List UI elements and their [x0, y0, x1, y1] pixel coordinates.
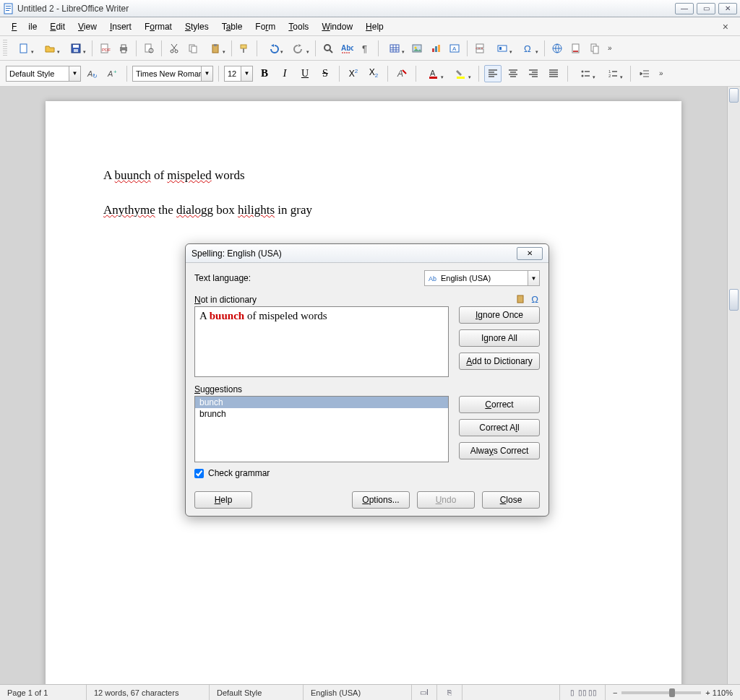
window-maximize-button[interactable]: ▭ — [697, 3, 715, 14]
image-button[interactable] — [408, 40, 426, 57]
dialog-close-button[interactable]: ✕ — [517, 247, 543, 260]
misspelled-word[interactable]: mispeled — [167, 168, 211, 182]
zoom-in-icon[interactable]: + — [705, 688, 710, 697]
misspelled-word[interactable]: dialogg — [176, 203, 213, 217]
zoom-slider[interactable] — [621, 691, 701, 694]
page-break-button[interactable] — [471, 40, 489, 57]
menu-format[interactable]: Format — [139, 19, 178, 35]
misspelled-word[interactable]: buunch — [115, 168, 151, 182]
menu-table[interactable]: Table — [216, 19, 249, 35]
status-selection-mode[interactable]: ⎘ — [437, 685, 462, 700]
menu-view[interactable]: View — [72, 19, 103, 35]
menu-form[interactable]: Form — [249, 19, 281, 35]
always-correct-button[interactable]: Always Correct — [459, 442, 540, 459]
status-page[interactable]: Page 1 of 1 — [0, 685, 87, 700]
window-close-button[interactable]: ✕ — [718, 3, 737, 14]
menu-styles[interactable]: Styles — [179, 19, 215, 35]
formatting-marks-button[interactable]: ¶ — [357, 40, 374, 57]
align-right-button[interactable] — [525, 65, 542, 82]
scrollbar-thumb[interactable] — [729, 289, 739, 311]
status-zoom[interactable]: − + 110% — [606, 685, 740, 700]
status-insert-mode[interactable]: ▭I — [412, 685, 437, 700]
bullet-list-button[interactable] — [573, 65, 598, 82]
suggestion-item[interactable]: bunch — [195, 397, 448, 408]
toolbar-overflow[interactable]: » — [656, 69, 666, 77]
increase-indent-button[interactable] — [636, 65, 653, 82]
text-language-combo[interactable]: Ab English (USA)▼ — [424, 270, 540, 286]
paste-button[interactable] — [203, 40, 228, 57]
font-color-button[interactable]: A — [421, 65, 446, 82]
print-preview-button[interactable] — [140, 40, 158, 57]
ignore-once-button[interactable]: Ignore Once — [459, 306, 540, 324]
add-to-dictionary-button[interactable]: Add to Dictionary — [459, 353, 540, 370]
underline-button[interactable]: U — [296, 65, 314, 82]
misspelled-word[interactable]: Anythyme — [103, 203, 155, 217]
align-left-button[interactable] — [484, 65, 502, 82]
update-style-button[interactable]: A↻ — [84, 65, 101, 82]
new-style-button[interactable]: A+ — [104, 65, 121, 82]
footnote-button[interactable] — [567, 40, 585, 57]
status-view-layout[interactable]: ▯ ▯▯ ▯▯ — [560, 685, 606, 700]
toolbar-overflow[interactable]: » — [605, 44, 615, 52]
print-button[interactable] — [115, 40, 132, 57]
check-grammar-checkbox[interactable] — [194, 469, 204, 478]
not-in-dictionary-textbox[interactable]: A buunch of mispeled words — [194, 306, 449, 377]
suggestions-listbox[interactable]: bunch brunch — [194, 396, 449, 462]
vertical-scrollbar[interactable] — [727, 87, 740, 684]
font-size-combo[interactable]: 12▼ — [224, 66, 253, 82]
dialog-titlebar[interactable]: Spelling: English (USA) ✕ — [186, 244, 548, 263]
paste-icon[interactable] — [515, 294, 525, 304]
correct-button[interactable]: Correct — [459, 396, 540, 413]
superscript-button[interactable]: X2 — [345, 65, 362, 82]
status-language[interactable]: English (USA) — [304, 685, 412, 700]
find-button[interactable] — [319, 40, 337, 57]
font-name-combo[interactable]: Times New Roman▼ — [132, 66, 213, 82]
ignore-all-button[interactable]: Ignore All — [459, 329, 540, 347]
zoom-value[interactable]: 110% — [713, 688, 733, 697]
misspelled-word[interactable]: hilights — [238, 203, 275, 217]
status-signature[interactable] — [462, 685, 560, 700]
paragraph-style-combo[interactable]: Default Style▼ — [6, 66, 81, 82]
clone-formatting-button[interactable] — [236, 40, 253, 57]
options-button[interactable]: Options... — [352, 491, 410, 509]
copy-button[interactable] — [184, 40, 202, 57]
special-char-button[interactable]: Ω — [516, 40, 541, 57]
hyperlink-button[interactable] — [548, 40, 566, 57]
correct-all-button[interactable]: Correct All — [459, 419, 540, 436]
menu-tools[interactable]: Tools — [283, 19, 314, 35]
paragraph[interactable]: Anythyme the dialogg box hilights in gra… — [103, 201, 624, 220]
chart-button[interactable] — [427, 40, 444, 57]
spellcheck-button[interactable]: Abc — [338, 40, 356, 57]
align-justify-button[interactable] — [545, 65, 562, 82]
toolbar-grip[interactable] — [3, 40, 7, 57]
strikethrough-button[interactable]: S — [317, 65, 334, 82]
menu-insert[interactable]: Insert — [104, 19, 137, 35]
export-pdf-button[interactable]: PDF — [96, 40, 113, 57]
window-minimize-button[interactable]: — — [675, 3, 694, 14]
paragraph[interactable]: A buunch of mispeled words — [103, 166, 624, 185]
doc-close-button[interactable]: × — [717, 18, 734, 35]
undo-button[interactable] — [261, 40, 285, 57]
highlight-button[interactable] — [449, 65, 473, 82]
close-button[interactable]: Close — [482, 491, 540, 509]
status-style[interactable]: Default Style — [210, 685, 304, 700]
status-word-count[interactable]: 12 words, 67 characters — [87, 685, 210, 700]
cut-button[interactable] — [165, 40, 183, 57]
table-button[interactable] — [382, 40, 407, 57]
save-button[interactable] — [64, 40, 88, 57]
zoom-out-icon[interactable]: − — [613, 688, 617, 697]
scrollbar-arrow-up[interactable] — [729, 88, 739, 103]
subscript-button[interactable]: X2 — [365, 65, 382, 82]
open-button[interactable] — [38, 40, 62, 57]
italic-button[interactable]: I — [276, 65, 293, 82]
show-draw-functions-button[interactable] — [586, 40, 603, 57]
number-list-button[interactable]: 12 — [601, 65, 625, 82]
check-grammar-label[interactable]: Check grammar — [208, 468, 270, 478]
suggestion-item[interactable]: brunch — [195, 408, 448, 420]
align-center-button[interactable] — [504, 65, 522, 82]
menu-window[interactable]: Window — [316, 19, 358, 35]
bold-button[interactable]: B — [256, 65, 273, 82]
menu-edit[interactable]: Edit — [44, 19, 71, 35]
text-box-button[interactable]: A — [446, 40, 463, 57]
field-button[interactable] — [490, 40, 515, 57]
